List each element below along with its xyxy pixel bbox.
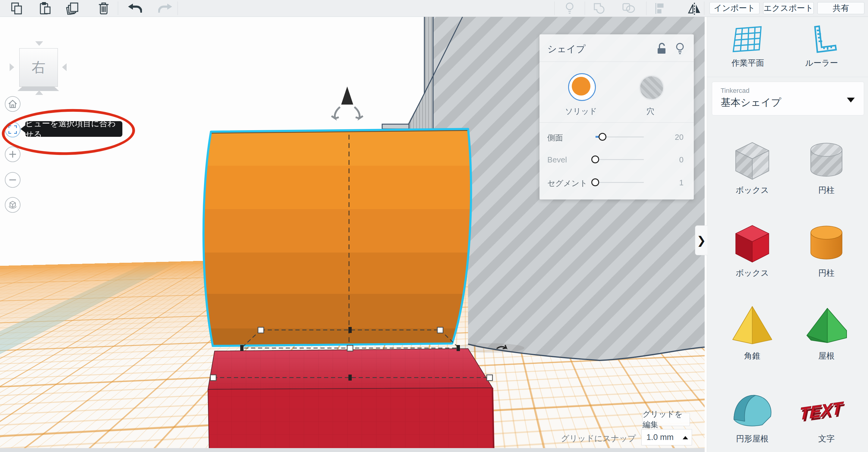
hole-option-label: 穴: [620, 106, 681, 117]
slider-segments-track[interactable]: [595, 182, 644, 183]
scale-handle-white[interactable]: [347, 345, 353, 351]
ungroup-button[interactable]: [620, 2, 637, 15]
copy-button[interactable]: [8, 2, 25, 15]
home-view-button[interactable]: [5, 96, 21, 112]
scale-handle-black[interactable]: [457, 345, 460, 351]
shape-tile-roof[interactable]: 屋根: [799, 303, 854, 361]
shape-tile-round-roof[interactable]: 円形屋根: [725, 386, 779, 444]
home-icon: [8, 100, 17, 108]
import-button[interactable]: インポート: [710, 2, 760, 14]
library-name: Tinkercad: [721, 87, 749, 95]
scale-handle-black[interactable]: [348, 327, 352, 333]
caret-down-icon: [847, 98, 855, 102]
rotate-view-down-icon[interactable]: [35, 41, 43, 46]
edit-grid-button[interactable]: グリッドを編集: [642, 413, 690, 426]
minus-icon: [9, 176, 17, 184]
slider-segments-label: セグメント: [547, 178, 587, 189]
lightbulb-icon[interactable]: [675, 42, 688, 56]
export-button[interactable]: エクスポート: [763, 2, 814, 14]
zoom-in-button[interactable]: [5, 147, 21, 162]
rotate-view-right-icon[interactable]: [62, 63, 67, 71]
view-cube-face-label: 右: [32, 58, 45, 77]
redo-button[interactable]: [157, 2, 174, 15]
red-box-object[interactable]: [208, 349, 494, 449]
scale-handle-white[interactable]: [437, 327, 443, 333]
zoom-out-button[interactable]: [5, 172, 21, 188]
roof-thumbnail: [801, 303, 852, 348]
text-shape-thumbnail: TEXT TEXT: [801, 386, 852, 431]
shape-tile-text[interactable]: TEXT TEXT 文字: [799, 386, 854, 444]
mirror-button[interactable]: [686, 2, 703, 15]
panel-collapse-tab[interactable]: ❯: [695, 225, 707, 255]
caret-up-icon: [683, 436, 688, 439]
scale-handle-white[interactable]: [487, 375, 493, 381]
perspective-toggle-button[interactable]: [5, 197, 21, 213]
move-handle-cone[interactable]: [332, 87, 363, 119]
slider-bevel-label: Bevel: [547, 155, 567, 164]
shape-tile-hole-cylinder[interactable]: 円柱: [799, 137, 854, 196]
shape-tile-hole-box[interactable]: ボックス: [725, 137, 779, 196]
perspective-cube-icon: [8, 200, 17, 209]
shape-tile-label: 円形屋根: [725, 433, 779, 444]
group-button[interactable]: [591, 2, 608, 15]
slider-bevel-value: 0: [659, 155, 684, 164]
pyramid-thumbnail: [727, 303, 778, 348]
workplane-tool[interactable]: 作業平面: [724, 25, 772, 68]
shape-tile-label: ボックス: [725, 185, 779, 196]
slider-segments-knob[interactable]: [591, 179, 599, 186]
align-button[interactable]: [652, 2, 669, 15]
fit-view-button[interactable]: [5, 122, 21, 137]
snap-grid-label: グリッドにスナップ: [558, 433, 636, 444]
shape-tile-red-box[interactable]: ボックス: [725, 220, 779, 279]
ruler-label: ルーラー: [798, 58, 846, 68]
divider: [178, 1, 178, 15]
orange-cylinder-thumbnail: [801, 220, 852, 265]
shape-tile-label: 角錐: [725, 350, 779, 361]
hole-cylinder-thumbnail: [801, 137, 852, 182]
view-cube[interactable]: 右: [19, 48, 58, 87]
share-button[interactable]: 共有: [817, 2, 864, 14]
slider-sides-label: 側面: [547, 133, 563, 143]
shape-category-dropdown[interactable]: Tinkercad 基本シェイプ: [712, 82, 864, 116]
workplane-icon: [732, 25, 764, 54]
hole-option-swatch[interactable]: [639, 75, 664, 100]
shape-panel-title: シェイプ: [547, 43, 586, 56]
ruler-icon: [806, 25, 837, 54]
slider-sides-knob[interactable]: [598, 133, 607, 141]
shape-tile-label: ボックス: [725, 267, 779, 279]
workplane-label: 作業平面: [724, 58, 772, 68]
delete-button[interactable]: [95, 2, 112, 15]
viewport-bottom-strip: [0, 448, 705, 452]
unlock-icon[interactable]: [656, 42, 669, 56]
shape-tile-pyramid[interactable]: 角錐: [725, 303, 779, 361]
shape-tile-label: 文字: [799, 433, 854, 444]
shape-library-panel: 作業平面 ルーラー Tinkercad 基本シェイプ: [707, 17, 868, 452]
solid-option-label: ソリッド: [551, 106, 611, 117]
scale-handle-white[interactable]: [258, 327, 264, 333]
rotate-view-up-icon[interactable]: [35, 90, 43, 95]
ruler-tool[interactable]: ルーラー: [798, 25, 846, 68]
scale-handle-black[interactable]: [240, 345, 244, 351]
selected-cylinder-object[interactable]: [204, 129, 471, 346]
undo-button[interactable]: [127, 2, 144, 15]
scale-handle-white[interactable]: [210, 375, 216, 381]
duplicate-button[interactable]: [64, 2, 81, 15]
plus-icon: [9, 150, 17, 158]
rotate-view-left-icon[interactable]: [10, 63, 14, 71]
slider-bevel-knob[interactable]: [591, 156, 599, 163]
snap-grid-value: 1.0 mm: [647, 433, 674, 442]
show-all-button[interactable]: [561, 2, 578, 15]
divider: [704, 1, 704, 15]
solid-option-swatch[interactable]: [572, 77, 590, 96]
solid-option-ring[interactable]: [568, 73, 596, 101]
shape-tile-orange-cylinder[interactable]: 円柱: [799, 220, 854, 279]
red-box-thumbnail: [727, 220, 778, 265]
divider: [539, 122, 694, 123]
top-toolbar: インポート エクスポート 共有: [0, 0, 868, 17]
paste-button[interactable]: [37, 2, 54, 15]
snap-grid-select[interactable]: 1.0 mm: [641, 429, 692, 445]
slider-bevel-track[interactable]: [595, 159, 644, 160]
category-label: 基本シェイプ: [721, 96, 781, 109]
divider: [118, 1, 118, 15]
scale-handle-black[interactable]: [348, 375, 352, 381]
